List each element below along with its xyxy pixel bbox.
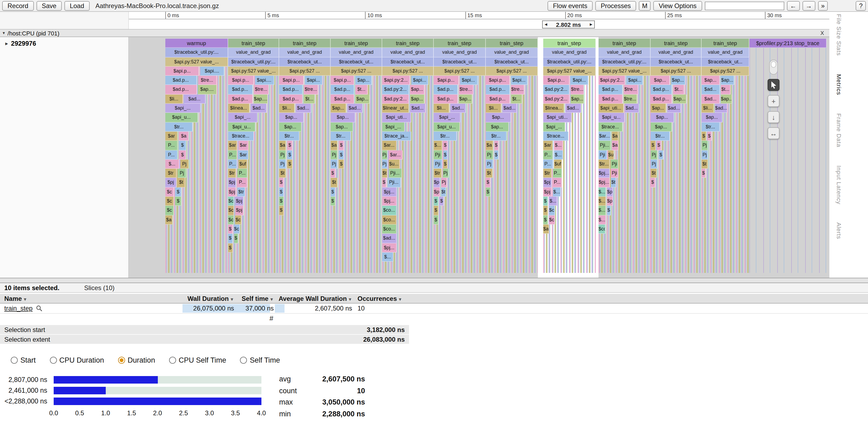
slice[interactable]: train_step bbox=[543, 39, 596, 48]
slice[interactable]: Pj bbox=[180, 160, 189, 169]
slice[interactable]: $ bbox=[287, 150, 292, 160]
slice[interactable]: train_step bbox=[434, 39, 486, 48]
slice[interactable]: $ad.p... bbox=[228, 85, 253, 94]
pan-mode-button[interactable]: + bbox=[768, 95, 779, 107]
slice[interactable]: $ bbox=[659, 150, 663, 160]
slice[interactable]: $ bbox=[543, 197, 548, 206]
slice[interactable]: $ad.p... bbox=[598, 94, 622, 104]
slice[interactable]: $p bbox=[607, 197, 613, 206]
slice[interactable]: $c bbox=[549, 215, 555, 225]
slice[interactable]: $ap... bbox=[279, 122, 302, 132]
zoom-mode-button[interactable]: ↓ bbox=[768, 111, 779, 123]
slice[interactable]: train_step bbox=[331, 39, 382, 48]
slice[interactable]: $ad.p... bbox=[165, 85, 197, 94]
slice[interactable]: P... bbox=[553, 178, 562, 187]
slice[interactable]: $api.py:527 ... bbox=[651, 67, 702, 76]
slice[interactable]: $ bbox=[651, 141, 656, 150]
slice[interactable]: $api.py:527 value_... bbox=[165, 57, 228, 67]
slice[interactable]: $ bbox=[179, 141, 187, 150]
slice[interactable]: $t... bbox=[721, 85, 731, 94]
slice[interactable]: $ bbox=[434, 206, 438, 215]
column-header-name[interactable]: Name▼ bbox=[0, 295, 183, 302]
slice[interactable]: $api.p... bbox=[165, 67, 199, 76]
slice[interactable]: $api.p... bbox=[228, 76, 254, 85]
slice[interactable]: $ bbox=[339, 150, 344, 160]
slice[interactable]: $ar bbox=[238, 150, 249, 160]
slice[interactable]: $c bbox=[165, 187, 174, 197]
flame-column[interactable]: train_stepvalue_and_grad$traceback_ut...… bbox=[651, 39, 702, 273]
slice[interactable]: $api.p... bbox=[486, 76, 510, 85]
flame-graph[interactable]: warmup$traceback_util.py:...$api.py:527 … bbox=[129, 37, 829, 278]
slice[interactable]: $ar... bbox=[598, 132, 611, 141]
flame-column[interactable]: train_stepvalue_and_grad$traceback_ut...… bbox=[702, 39, 749, 273]
panel-resize-divider[interactable] bbox=[0, 278, 868, 283]
slice[interactable]: $ bbox=[607, 206, 611, 215]
slice[interactable]: Pji bbox=[611, 160, 618, 169]
slice[interactable]: $profiler.py:213 stop_trace bbox=[749, 39, 827, 48]
slice[interactable]: $pj... bbox=[598, 178, 610, 187]
slice[interactable]: $ bbox=[443, 141, 448, 150]
slice[interactable]: $ad.py:2... bbox=[382, 94, 409, 104]
slice[interactable]: $ad.p... bbox=[279, 85, 303, 94]
slice[interactable]: Pj bbox=[279, 150, 286, 160]
slice[interactable]: $ad... bbox=[667, 104, 681, 113]
slice[interactable]: $api.py:527 value_... bbox=[598, 67, 651, 76]
flame-column[interactable]: $profiler.py:213 stop_trace bbox=[749, 39, 827, 273]
side-tab-input-latency[interactable]: Input Latency bbox=[836, 166, 842, 204]
slice[interactable]: $api_... bbox=[434, 113, 461, 122]
tab-slices[interactable]: Slices (10) bbox=[84, 284, 114, 291]
slice[interactable]: $t bbox=[279, 169, 286, 178]
radio-start[interactable]: Start bbox=[11, 356, 36, 364]
slice[interactable]: $pj bbox=[228, 178, 236, 187]
slice[interactable]: $ap... bbox=[702, 113, 722, 122]
selection-mode-button[interactable] bbox=[768, 79, 779, 91]
radio-circle-icon[interactable] bbox=[169, 357, 176, 364]
slice[interactable]: Pj bbox=[486, 150, 493, 160]
slice[interactable]: $p bbox=[434, 178, 440, 187]
radio-cpu-self-time[interactable]: CPU Self Time bbox=[169, 356, 226, 364]
slice[interactable]: $ad... bbox=[296, 104, 311, 113]
slice[interactable]: $... bbox=[165, 160, 179, 169]
slice[interactable]: $tr... bbox=[651, 132, 670, 141]
slice[interactable]: $ar bbox=[228, 141, 237, 150]
slice[interactable]: P... bbox=[228, 150, 237, 160]
slice[interactable]: value_and_grad bbox=[279, 48, 331, 57]
flame-column[interactable]: train_stepvalue_and_grad$traceback_ut...… bbox=[434, 39, 486, 273]
slice[interactable]: $t... bbox=[511, 94, 522, 104]
slice[interactable]: $ap... bbox=[331, 113, 355, 122]
slice[interactable]: $c bbox=[549, 206, 555, 215]
slice[interactable]: $u... bbox=[389, 160, 400, 169]
find-prev-button[interactable]: ← bbox=[787, 1, 800, 10]
slice[interactable]: $c bbox=[228, 206, 234, 215]
slice[interactable]: $api.py:527 ... bbox=[331, 67, 382, 76]
slice[interactable]: Pj bbox=[441, 178, 447, 187]
flame-column[interactable]: train_stepvalue_and_grad$traceback_ut...… bbox=[331, 39, 382, 273]
slice[interactable]: P... bbox=[165, 150, 178, 160]
find-input[interactable] bbox=[705, 1, 784, 10]
slice[interactable]: Pj bbox=[702, 141, 708, 150]
slice[interactable]: $api_uti... bbox=[543, 113, 572, 122]
slice[interactable]: $tr bbox=[228, 169, 236, 178]
slice[interactable]: $ar bbox=[238, 141, 249, 150]
save-button[interactable]: Save bbox=[36, 1, 62, 10]
slice[interactable]: $ad.p... bbox=[165, 76, 197, 85]
radio-circle-icon[interactable] bbox=[240, 357, 247, 364]
slice[interactable]: Pj bbox=[331, 150, 338, 160]
slice[interactable]: $ad.p... bbox=[279, 94, 303, 104]
slice[interactable]: Pji bbox=[434, 150, 442, 160]
slice[interactable]: $ bbox=[494, 141, 499, 150]
slice[interactable]: $... bbox=[598, 197, 606, 206]
slice[interactable]: $ad.py:2... bbox=[543, 85, 569, 94]
slice[interactable]: warmup bbox=[165, 39, 228, 48]
slice[interactable]: $ap... bbox=[486, 113, 511, 122]
slice[interactable]: $tre... bbox=[623, 94, 637, 104]
slice[interactable]: $trace_ja... bbox=[382, 132, 411, 141]
side-tab-frame-data[interactable]: Frame Data bbox=[836, 113, 842, 147]
slice[interactable]: $api.py:2... bbox=[382, 76, 410, 85]
slice[interactable]: $api_uti... bbox=[598, 104, 623, 113]
radio-circle-icon[interactable] bbox=[118, 357, 125, 364]
slice[interactable]: train_step bbox=[486, 39, 538, 48]
slice[interactable]: $t... bbox=[304, 94, 315, 104]
slice[interactable]: $a bbox=[179, 132, 189, 141]
slice[interactable]: $c bbox=[236, 215, 242, 225]
